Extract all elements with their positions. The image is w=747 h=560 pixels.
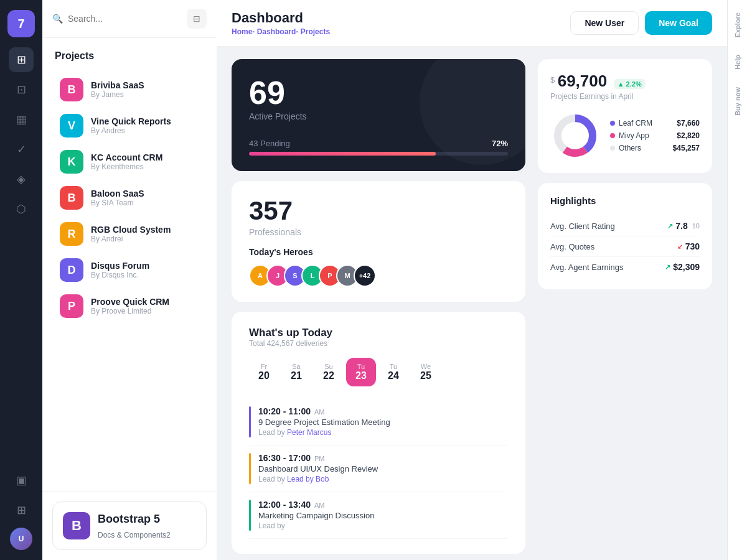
project-icon: B: [60, 186, 83, 210]
earnings-amount-row: $ 69,700 ▲ 2.2%: [550, 72, 700, 91]
new-goal-button[interactable]: New Goal: [645, 11, 712, 35]
new-user-button[interactable]: New User: [570, 11, 639, 35]
sidebar-item-grid2[interactable]: ⊞: [9, 498, 34, 523]
event-bar: [249, 453, 251, 484]
explore-tab[interactable]: Explore: [731, 5, 744, 45]
professionals-label: Professionals: [249, 227, 508, 237]
progress-fill: [249, 152, 436, 156]
breadcrumb-home: Home-: [232, 27, 255, 36]
project-author: By Andres: [91, 126, 171, 135]
event-lead-link[interactable]: Lead by Bob: [287, 475, 329, 483]
page-title: Dashboard: [232, 10, 330, 26]
calendar-day[interactable]: Su22: [314, 358, 344, 386]
project-item[interactable]: D Disqus Forum By Disqus Inc.: [55, 252, 204, 288]
active-projects-label: Active Projects: [249, 111, 508, 121]
cal-day-num: 21: [291, 370, 302, 381]
cal-day-name: Tu: [357, 363, 365, 370]
earnings-badge: ▲ 2.2%: [614, 79, 646, 89]
bootstrap-icon: B: [63, 512, 90, 539]
project-item[interactable]: K KC Account CRM By Keenthemes: [55, 144, 204, 180]
event-lead: Lead by: [258, 521, 374, 530]
legend-name: Leaf CRM: [619, 119, 673, 128]
docs-text: Docs & Components: [98, 531, 166, 539]
pending-label: 43 Pending: [249, 139, 290, 148]
search-input[interactable]: [68, 14, 182, 24]
highlight-label: Avg. Client Rating: [550, 222, 615, 231]
docs-link[interactable]: Docs & Components 2: [98, 531, 171, 539]
highlight-value: ↗ 7.8 10: [667, 221, 700, 231]
topbar: Dashboard Home- Dashboard- Projects New …: [217, 0, 727, 47]
filter-button[interactable]: ⊟: [187, 9, 207, 29]
today-title: What's up Today: [249, 327, 508, 339]
highlight-arrow: ↗: [665, 263, 670, 271]
sidebar-item-briefcase[interactable]: ⬡: [9, 197, 34, 222]
calendar-day[interactable]: Sa21: [281, 358, 311, 386]
help-tab[interactable]: Help: [731, 47, 744, 77]
project-item[interactable]: B Briviba SaaS By James: [55, 72, 204, 108]
sidebar: 7 ⊞ ⊡ ▦ ✓ ◈ ⬡ ▣ ⊞ U: [0, 0, 42, 560]
event-time: 16:30 - 17:00 PM: [258, 453, 378, 463]
highlights-list: Avg. Client Rating ↗ 7.8 10 Avg. Quotes …: [550, 216, 700, 277]
donut-chart: [550, 111, 600, 161]
breadcrumb-current: Projects: [301, 27, 330, 36]
project-name: RGB Cloud System: [91, 225, 171, 235]
cal-day-name: Su: [324, 363, 332, 370]
calendar-day[interactable]: We25: [411, 358, 441, 386]
project-item[interactable]: P Proove Quick CRM By Proove Limited: [55, 288, 204, 324]
project-item[interactable]: R RGB Cloud System By Andrei: [55, 216, 204, 252]
cal-day-num: 23: [355, 370, 367, 381]
earnings-legend: Leaf CRM $7,660 Mivy App $2,820 Others $…: [610, 119, 700, 152]
highlight-arrow: ↗: [667, 222, 673, 230]
calendar-day[interactable]: Tu23: [346, 358, 376, 386]
event-ampm: PM: [314, 455, 325, 462]
breadcrumb: Home- Dashboard- Projects: [232, 27, 330, 36]
legend-item: Others $45,257: [610, 144, 700, 152]
sidebar-item-tasks[interactable]: ✓: [9, 137, 34, 162]
highlight-number: $2,309: [673, 262, 700, 272]
sidebar-item-modules[interactable]: ⊡: [9, 77, 34, 102]
event-lead-link[interactable]: Peter Marcus: [287, 428, 331, 437]
active-projects-card: 69 Active Projects 43 Pending 72%: [232, 59, 525, 171]
cal-day-num: 22: [323, 370, 334, 381]
progress-bar: [249, 152, 508, 156]
calendar-day[interactable]: Fr20: [249, 358, 279, 386]
event-title: Marketing Campaign Discussion: [258, 511, 374, 520]
project-name: Baloon SaaS: [91, 189, 144, 198]
project-icon: D: [60, 258, 83, 282]
event-bar: [249, 406, 251, 437]
today-card: What's up Today Total 424,567 deliveries…: [232, 312, 525, 554]
earnings-amount: 69,700: [558, 72, 608, 90]
dashboard-body: 69 Active Projects 43 Pending 72% 357 Pr…: [217, 47, 727, 560]
event-ampm: AM: [314, 502, 325, 509]
project-item[interactable]: B Baloon SaaS By SIA Team: [55, 180, 204, 216]
professionals-card: 357 Professionals Today's Heroes AJSLPM+…: [232, 181, 525, 302]
bootstrap-label: Bootstrap 5: [98, 513, 171, 526]
project-item[interactable]: V Vine Quick Reports By Andres: [55, 108, 204, 144]
cal-day-num: 25: [420, 370, 431, 381]
heroes-avatars: AJSLPM+42: [249, 264, 508, 287]
project-name: Disqus Forum: [91, 261, 149, 271]
sidebar-item-grid[interactable]: ⊞: [9, 47, 34, 72]
calendar-days: Fr20Sa21Su22Tu23Tu24We25: [249, 358, 508, 386]
breadcrumb-dash: Dashboard-: [257, 27, 299, 36]
earnings-card: $ 69,700 ▲ 2.2% Projects Earnings in Apr…: [538, 59, 712, 173]
calendar-day[interactable]: Tu24: [378, 358, 408, 386]
highlights-card: Highlights Avg. Client Rating ↗ 7.8 10 A…: [538, 183, 712, 289]
docs-count: 2: [166, 531, 171, 539]
buy-now-tab[interactable]: Buy now: [731, 80, 744, 123]
highlight-number: 730: [685, 241, 700, 251]
active-projects-count: 69: [249, 77, 508, 109]
event-time: 10:20 - 11:00 AM: [258, 406, 390, 416]
event-item: 12:00 - 13:40 AM Marketing Campaign Disc…: [249, 492, 508, 539]
sidebar-item-charts[interactable]: ▦: [9, 107, 34, 132]
sidebar-item-monitor[interactable]: ▣: [9, 468, 34, 493]
event-item: 16:30 - 17:00 PM Dashboard UI/UX Design …: [249, 446, 508, 492]
highlight-label: Avg. Quotes: [550, 242, 594, 251]
cal-day-name: Tu: [390, 363, 397, 370]
topbar-left: Dashboard Home- Dashboard- Projects: [232, 10, 330, 36]
highlight-value: ↗ $2,309: [665, 262, 700, 272]
sidebar-item-layers[interactable]: ◈: [9, 167, 34, 192]
side-column: $ 69,700 ▲ 2.2% Projects Earnings in Apr…: [538, 59, 712, 548]
user-avatar[interactable]: U: [10, 528, 32, 550]
highlight-row: Avg. Client Rating ↗ 7.8 10: [550, 216, 700, 236]
